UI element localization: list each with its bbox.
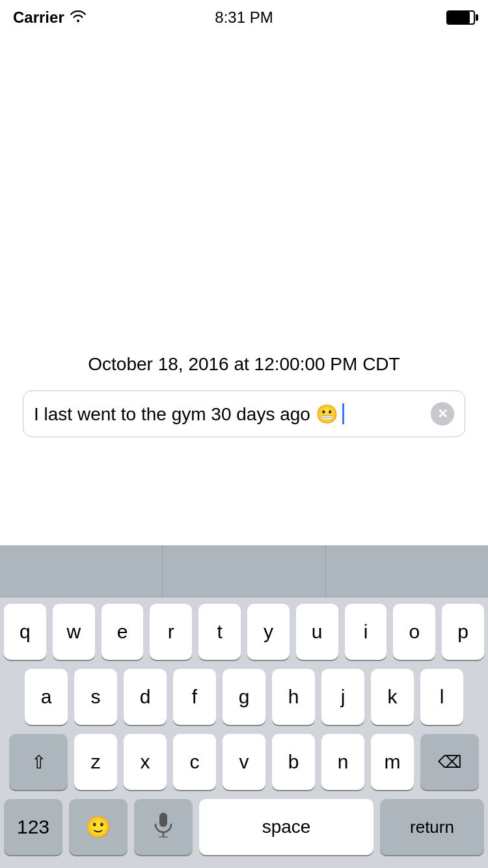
- battery-icon: [446, 10, 475, 25]
- clear-button[interactable]: ✕: [431, 402, 454, 426]
- key-t[interactable]: t: [198, 604, 241, 660]
- key-h[interactable]: h: [272, 669, 315, 725]
- text-cursor: [342, 403, 344, 424]
- key-e[interactable]: e: [102, 604, 144, 660]
- key-p[interactable]: p: [442, 604, 484, 660]
- key-w[interactable]: w: [53, 604, 95, 660]
- key-i[interactable]: i: [345, 604, 387, 660]
- battery-fill: [448, 12, 470, 23]
- key-f[interactable]: f: [173, 669, 216, 725]
- key-row-4: 123 🙂 space return: [4, 799, 484, 868]
- wifi-icon: [70, 9, 87, 26]
- input-text: I last went to the gym 30 days ago 😬: [34, 403, 431, 425]
- delete-key[interactable]: ⌫: [420, 734, 479, 790]
- key-c[interactable]: c: [173, 734, 216, 790]
- input-value: I last went to the gym 30 days ago 😬: [34, 403, 338, 425]
- carrier-label: Carrier: [13, 8, 64, 27]
- top-bar-section-3: [326, 545, 488, 597]
- emoji-key[interactable]: 🙂: [69, 799, 128, 855]
- numbers-label: 123: [17, 816, 49, 838]
- shift-key[interactable]: ⇧: [9, 734, 68, 790]
- key-v[interactable]: v: [223, 734, 265, 790]
- key-u[interactable]: u: [296, 604, 338, 660]
- shift-icon: ⇧: [31, 752, 46, 773]
- key-o[interactable]: o: [393, 604, 435, 660]
- space-key[interactable]: space: [199, 799, 373, 855]
- key-s[interactable]: s: [74, 669, 117, 725]
- key-g[interactable]: g: [223, 669, 265, 725]
- status-time: 8:31 PM: [215, 8, 273, 27]
- top-bar-section-2: [163, 545, 325, 597]
- svg-rect-0: [159, 813, 167, 827]
- return-key[interactable]: return: [380, 799, 484, 855]
- key-a[interactable]: a: [25, 669, 68, 725]
- status-bar: Carrier 8:31 PM: [0, 0, 488, 29]
- key-l[interactable]: l: [420, 669, 463, 725]
- carrier-info: Carrier: [13, 8, 87, 27]
- delete-icon: ⌫: [438, 752, 462, 772]
- key-row-2: a s d f g h j k l: [4, 669, 484, 725]
- key-row-1: q w e r t y u i o p: [4, 604, 484, 660]
- numbers-key[interactable]: 123: [4, 799, 62, 855]
- key-j[interactable]: j: [321, 669, 364, 725]
- keyboard-rows: q w e r t y u i o p a s d f g h j k l ⇧: [0, 597, 488, 868]
- space-label: space: [262, 817, 311, 837]
- key-d[interactable]: d: [124, 669, 167, 725]
- keyboard: q w e r t y u i o p a s d f g h j k l ⇧: [0, 545, 488, 868]
- key-x[interactable]: x: [124, 734, 167, 790]
- key-b[interactable]: b: [272, 734, 315, 790]
- main-content: October 18, 2016 at 12:00:00 PM CDT I la…: [0, 354, 488, 437]
- keyboard-top-bar: [0, 545, 488, 597]
- key-z[interactable]: z: [74, 734, 117, 790]
- key-k[interactable]: k: [371, 669, 414, 725]
- key-row-3: ⇧ z x c v b n m ⌫: [4, 734, 484, 790]
- clear-icon: ✕: [437, 407, 448, 420]
- key-q[interactable]: q: [4, 604, 46, 660]
- mic-key[interactable]: [134, 799, 193, 855]
- emoji-icon: 🙂: [85, 815, 111, 839]
- battery-container: [446, 10, 475, 25]
- key-r[interactable]: r: [150, 604, 192, 660]
- date-text: October 18, 2016 at 12:00:00 PM CDT: [88, 354, 400, 375]
- key-n[interactable]: n: [321, 734, 364, 790]
- search-input-container[interactable]: I last went to the gym 30 days ago 😬 ✕: [23, 390, 465, 437]
- key-m[interactable]: m: [371, 734, 414, 790]
- key-y[interactable]: y: [247, 604, 290, 660]
- mic-icon: [154, 813, 172, 842]
- return-label: return: [410, 817, 454, 837]
- top-bar-section-1: [0, 545, 163, 597]
